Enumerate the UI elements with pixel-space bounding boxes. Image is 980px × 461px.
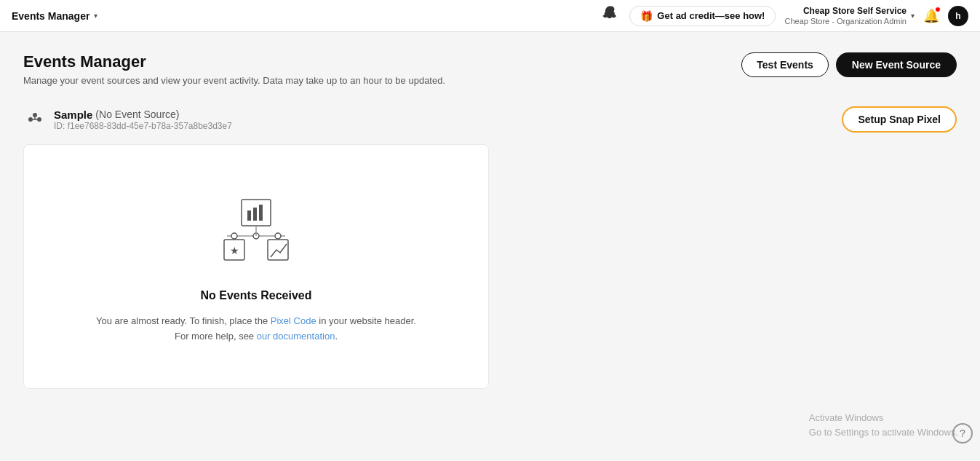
windows-activate-line1: Activate Windows — [809, 411, 958, 425]
svg-rect-6 — [247, 210, 251, 221]
account-section[interactable]: Cheap Store Self Service Cheap Store - O… — [784, 6, 915, 26]
ad-credit-button[interactable]: 🎁 Get ad credit—see how! — [629, 6, 776, 26]
new-event-source-button[interactable]: New Event Source — [836, 52, 957, 77]
help-icon[interactable]: ? — [952, 423, 973, 444]
avatar[interactable]: h — [948, 6, 968, 26]
main-content: Events Manager Manage your event sources… — [0, 32, 980, 461]
notification-dot — [935, 7, 941, 12]
windows-activate-line2: Go to Settings to activate Windows. — [809, 425, 958, 440]
svg-text:★: ★ — [230, 245, 239, 256]
question-mark: ? — [960, 427, 965, 439]
svg-point-12 — [275, 233, 281, 239]
empty-desc-part2: in your website header. — [316, 315, 416, 326]
empty-state-description: You are almost ready. To finish, place t… — [96, 314, 416, 344]
setup-pixel-button[interactable]: Setup Snap Pixel — [842, 106, 957, 133]
gift-icon: 🎁 — [640, 10, 653, 22]
account-text: Cheap Store Self Service Cheap Store - O… — [784, 6, 907, 26]
source-name: Sample — [54, 109, 92, 121]
empty-desc-part1: You are almost ready. To finish, place t… — [96, 315, 271, 326]
source-status: (No Event Source) — [95, 109, 179, 120]
empty-state-card: ★ No Events Received You are almost read… — [23, 144, 489, 389]
nav-right: 🎁 Get ad credit—see how! Cheap Store Sel… — [600, 4, 968, 28]
empty-illustration: ★ — [212, 189, 300, 272]
empty-desc-part3: For more help, see — [175, 331, 257, 342]
source-section: Sample (No Event Source) ID: f1ee7688-83… — [23, 106, 957, 389]
windows-help-button[interactable]: ? — [952, 423, 973, 444]
svg-rect-8 — [259, 205, 263, 221]
source-name-row: Sample (No Event Source) — [54, 109, 232, 121]
windows-watermark: Activate Windows Go to Settings to activ… — [809, 411, 958, 439]
empty-state-title: No Events Received — [201, 289, 312, 302]
nav-brand-label: Events Manager — [12, 10, 89, 22]
account-chevron-icon: ▾ — [911, 12, 915, 20]
svg-point-0 — [28, 117, 33, 122]
pixel-code-link[interactable]: Pixel Code — [271, 315, 316, 326]
svg-point-10 — [231, 233, 237, 239]
notification-button[interactable]: 🔔 — [923, 8, 939, 24]
svg-point-2 — [37, 117, 41, 122]
page-subtitle: Manage your event sources and view your … — [23, 75, 445, 86]
source-header: Sample (No Event Source) ID: f1ee7688-83… — [23, 106, 957, 133]
source-id: ID: f1ee7688-83dd-45e7-b78a-357a8be3d3e7 — [54, 121, 232, 131]
ad-credit-label: Get ad credit—see how! — [657, 10, 765, 21]
page-title: Events Manager — [23, 52, 445, 71]
nav-brand-chevron[interactable]: ▾ — [94, 12, 97, 20]
account-sub: Cheap Store - Organization Admin — [784, 17, 907, 25]
source-name-block: Sample (No Event Source) ID: f1ee7688-83… — [54, 109, 232, 131]
svg-point-1 — [33, 113, 37, 117]
source-pixel-icon — [23, 108, 47, 131]
nav-left: Events Manager ▾ — [12, 10, 97, 22]
test-events-button[interactable]: Test Events — [741, 52, 829, 77]
top-navigation: Events Manager ▾ 🎁 Get ad credit—see how… — [0, 0, 980, 32]
page-header: Events Manager Manage your event sources… — [23, 52, 957, 86]
header-actions: Test Events New Event Source — [741, 52, 957, 77]
empty-desc-part4: . — [335, 331, 338, 342]
source-info: Sample (No Event Source) ID: f1ee7688-83… — [23, 108, 232, 131]
snapchat-icon[interactable] — [600, 4, 621, 28]
documentation-link[interactable]: our documentation — [257, 331, 335, 342]
avatar-initial: h — [955, 11, 960, 21]
account-name: Cheap Store Self Service — [784, 6, 907, 17]
page-title-block: Events Manager Manage your event sources… — [23, 52, 445, 86]
svg-rect-7 — [253, 208, 257, 221]
